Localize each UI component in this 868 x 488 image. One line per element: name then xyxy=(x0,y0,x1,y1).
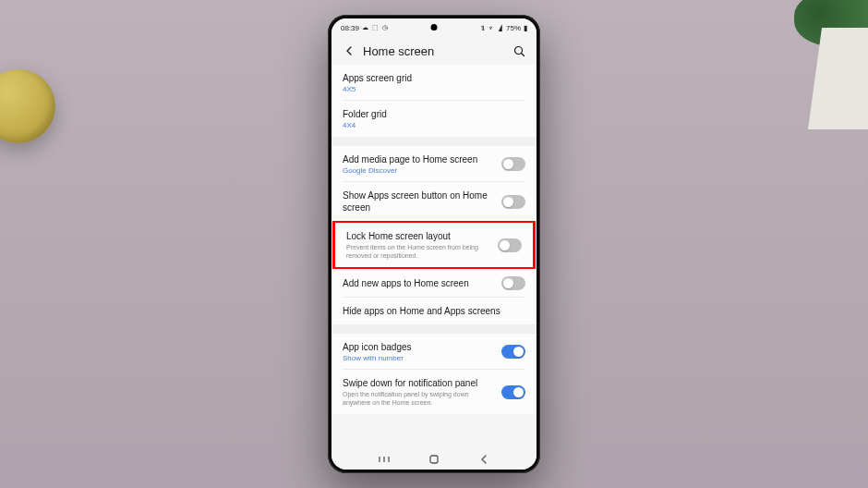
setting-show-apps-button[interactable]: Show Apps screen button on Home screen xyxy=(332,182,536,221)
battery-icon: ▮ xyxy=(524,24,527,32)
setting-sub: Google Discover xyxy=(343,166,494,175)
section-divider xyxy=(332,324,536,334)
front-camera xyxy=(431,24,438,30)
chevron-left-icon xyxy=(344,46,354,55)
section-divider xyxy=(332,137,536,146)
back-button[interactable] xyxy=(341,43,357,59)
svg-line-1 xyxy=(521,53,524,55)
toggle-knob xyxy=(513,387,524,397)
setting-hide-apps[interactable]: Hide apps on Home and Apps screens xyxy=(332,298,536,324)
home-icon xyxy=(428,454,440,465)
status-battery: 75% xyxy=(506,24,521,32)
status-time: 08:39 xyxy=(341,24,359,32)
nav-back-button[interactable] xyxy=(476,454,491,465)
setting-value: 4X5 xyxy=(343,85,525,93)
setting-title: Add media page to Home screen xyxy=(343,153,494,165)
toggle-knob xyxy=(513,347,524,357)
setting-swipe-down-notification[interactable]: Swipe down for notification panel Open t… xyxy=(332,370,536,414)
settings-list: Apps screen grid 4X5 Folder grid 4X4 Add… xyxy=(332,65,536,449)
setting-app-icon-badges[interactable]: App icon badges Show with number xyxy=(332,334,536,370)
toggle-knob xyxy=(503,278,513,288)
status-signal-icons: ⇅ ᯤ ◢ xyxy=(481,25,503,31)
setting-add-new-apps[interactable]: Add new apps to Home screen xyxy=(332,269,536,298)
highlight-annotation: Lock Home screen layout Prevent items on… xyxy=(332,220,536,270)
toggle-knob xyxy=(503,159,513,169)
setting-add-media-page[interactable]: Add media page to Home screen Google Dis… xyxy=(332,146,536,182)
setting-title: Folder grid xyxy=(343,108,525,120)
toggle-swipe-down[interactable] xyxy=(501,385,525,399)
toggle-knob xyxy=(500,240,510,250)
setting-apps-screen-grid[interactable]: Apps screen grid 4X5 xyxy=(332,65,536,101)
setting-title: Apps screen grid xyxy=(343,72,525,84)
setting-desc: Prevent items on the Home screen from be… xyxy=(346,243,490,260)
back-icon xyxy=(479,455,488,464)
setting-lock-home-screen-layout[interactable]: Lock Home screen layout Prevent items on… xyxy=(335,223,533,267)
nav-home-button[interactable] xyxy=(427,454,441,465)
setting-sub: Show with number xyxy=(343,354,494,362)
setting-value: 4X4 xyxy=(343,121,525,129)
toggle-add-new-apps[interactable] xyxy=(501,276,525,290)
phone-screen: 08:39 ☁ ⬚ ◷ ⇅ ᯤ ◢ 75% ▮ Home screen xyxy=(332,18,536,470)
setting-title: Add new apps to Home screen xyxy=(343,277,494,289)
page-title: Home screen xyxy=(363,44,511,58)
status-notification-icons: ☁ ⬚ ◷ xyxy=(362,24,389,31)
toggle-show-apps-button[interactable] xyxy=(501,195,525,209)
setting-folder-grid[interactable]: Folder grid 4X4 xyxy=(332,101,536,137)
setting-title: Lock Home screen layout xyxy=(346,230,490,242)
phone-frame: 08:39 ☁ ⬚ ◷ ⇅ ᯤ ◢ 75% ▮ Home screen xyxy=(328,15,540,473)
nav-recents-button[interactable] xyxy=(377,454,392,465)
search-button[interactable] xyxy=(511,43,527,59)
setting-title: App icon badges xyxy=(343,341,494,353)
setting-title: Show Apps screen button on Home screen xyxy=(343,189,494,214)
navigation-bar xyxy=(332,449,536,470)
search-icon xyxy=(513,45,525,57)
svg-rect-5 xyxy=(430,456,438,463)
toggle-media-page[interactable] xyxy=(501,157,525,171)
setting-title: Swipe down for notification panel xyxy=(343,377,494,389)
toggle-knob xyxy=(503,197,513,207)
setting-desc: Open the notification panel by swiping d… xyxy=(343,390,494,407)
toggle-lock-layout[interactable] xyxy=(498,238,522,252)
recents-icon xyxy=(379,455,390,464)
setting-title: Hide apps on Home and Apps screens xyxy=(343,305,525,317)
toggle-icon-badges[interactable] xyxy=(501,345,525,359)
settings-header: Home screen xyxy=(332,37,536,65)
